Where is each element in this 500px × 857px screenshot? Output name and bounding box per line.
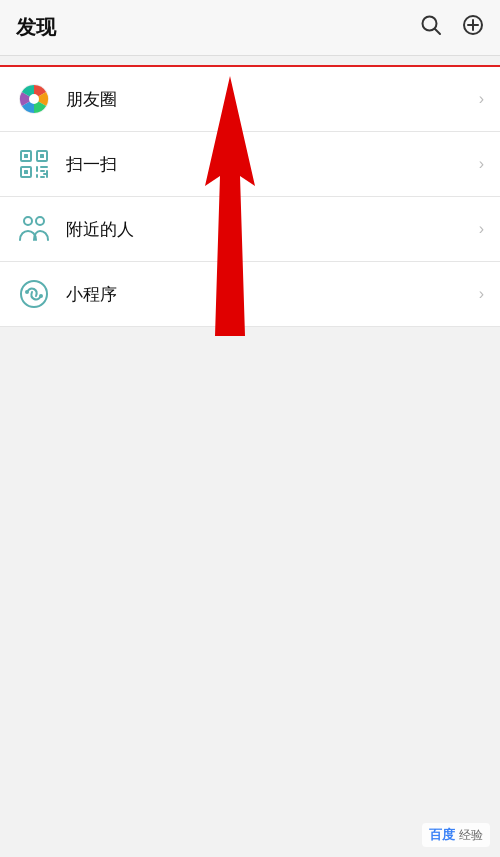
nearby-label: 附近的人: [66, 218, 479, 241]
menu-item-pengyouquan[interactable]: 朋友圈 ›: [0, 67, 500, 132]
add-icon[interactable]: [462, 14, 484, 42]
nearby-icon: [16, 211, 52, 247]
header-actions: [420, 14, 484, 42]
svg-point-6: [29, 94, 39, 104]
svg-rect-12: [24, 170, 28, 174]
pengyouquan-label: 朋友圈: [66, 88, 479, 111]
miniprogram-label: 小程序: [66, 283, 479, 306]
search-icon[interactable]: [420, 14, 442, 42]
header: 发现: [0, 0, 500, 56]
miniprogram-chevron: ›: [479, 285, 484, 303]
svg-point-20: [24, 217, 32, 225]
page-title: 发现: [16, 14, 56, 41]
watermark: 百度 经验: [422, 823, 490, 847]
menu-list: 朋友圈 › 扫一扫 ›: [0, 66, 500, 327]
svg-point-22: [21, 281, 47, 307]
scan-chevron: ›: [479, 155, 484, 173]
nearby-chevron: ›: [479, 220, 484, 238]
svg-line-1: [435, 29, 440, 34]
menu-item-nearby[interactable]: 附近的人 ›: [0, 197, 500, 262]
svg-point-21: [36, 217, 44, 225]
svg-point-23: [25, 290, 29, 294]
watermark-logo: 百度: [429, 826, 455, 844]
scan-label: 扫一扫: [66, 153, 479, 176]
watermark-text: 经验: [459, 827, 483, 844]
svg-rect-10: [40, 154, 44, 158]
menu-item-miniprogram[interactable]: 小程序 ›: [0, 262, 500, 326]
menu-item-scan[interactable]: 扫一扫 ›: [0, 132, 500, 197]
svg-point-24: [39, 294, 43, 298]
scan-icon: [16, 146, 52, 182]
pengyouquan-icon: [16, 81, 52, 117]
pengyouquan-chevron: ›: [479, 90, 484, 108]
svg-rect-8: [24, 154, 28, 158]
miniprogram-icon: [16, 276, 52, 312]
